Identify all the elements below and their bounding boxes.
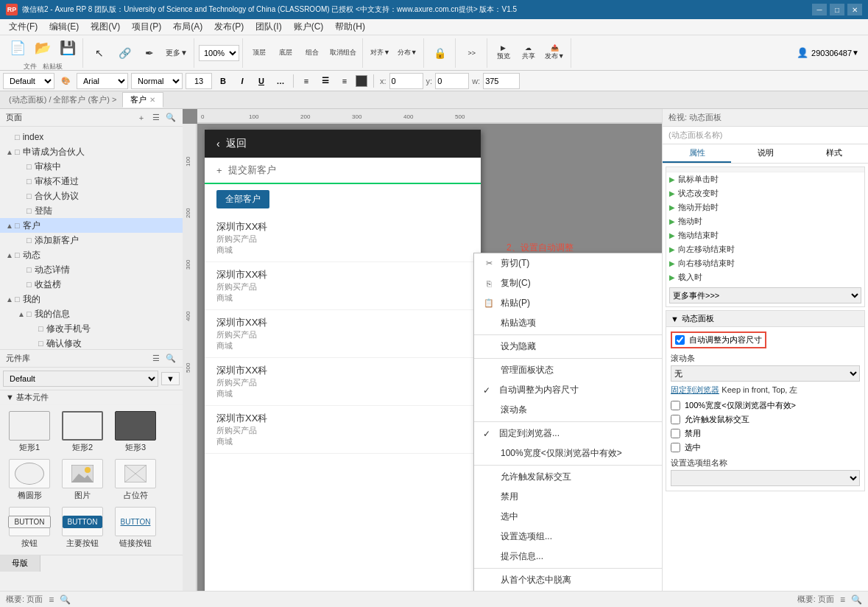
menu-layout[interactable]: 布局(A) xyxy=(167,19,208,35)
page-item-revenue[interactable]: □ 收益榜 xyxy=(0,277,183,292)
ungroup-btn[interactable]: 取消组合 xyxy=(327,40,359,66)
more-events-btn[interactable]: 更多事件>>> xyxy=(666,284,864,306)
comp-item-ellipse[interactable]: 椭圆形 xyxy=(6,459,53,501)
new-file-btn[interactable]: 📄 xyxy=(6,35,29,61)
menu-view[interactable]: 视图(V) xyxy=(85,19,126,35)
style-icon-btn[interactable]: 🎨 xyxy=(57,73,74,89)
menu-edit[interactable]: 编辑(E) xyxy=(43,19,85,35)
event-swipe-left[interactable]: ▶ 向左移动结束时 xyxy=(666,242,864,256)
select-checkbox[interactable] xyxy=(671,443,680,452)
user-dropdown-icon[interactable]: ▼ xyxy=(852,49,859,57)
ctx-scrollbar[interactable]: 滚动条 ▶ xyxy=(474,400,662,420)
ctx-pin-browser[interactable]: ✓ 固定到浏览器... xyxy=(474,424,662,443)
customer-row-1[interactable]: 深圳市XX科 所购买产品 商城 xyxy=(205,214,481,262)
menu-publish[interactable]: 发布(P) xyxy=(208,19,250,35)
full-width-checkbox[interactable] xyxy=(671,401,680,410)
page-item-review[interactable]: □ 审核中 xyxy=(0,159,183,174)
event-load[interactable]: ▶ 载入时 xyxy=(666,270,864,284)
bottom-search-btn[interactable]: 🔍 xyxy=(851,594,862,605)
page-item-login[interactable]: □ 登陆 xyxy=(0,203,183,218)
comp-item-button[interactable]: BUTTON 按钮 xyxy=(6,507,53,549)
ctx-set-option-group[interactable]: 设置选项组... xyxy=(474,527,662,547)
page-item-dynamic[interactable]: ▲ □ 动态 xyxy=(0,248,183,262)
event-mouse-click[interactable]: ▶ 鼠标单击时 xyxy=(666,172,864,186)
tab-close-btn[interactable]: ✕ xyxy=(149,96,155,104)
ctx-copy[interactable]: ⎘ 复制(C) xyxy=(474,273,662,293)
event-swipe-right[interactable]: ▶ 向右移动结束时 xyxy=(666,256,864,270)
page-item-rejected[interactable]: □ 审核不通过 xyxy=(0,174,183,189)
more-tools-btn[interactable]: 更多▼ xyxy=(163,40,191,66)
event-drag-end[interactable]: ▶ 拖动结束时 xyxy=(666,228,864,242)
all-customer-tab-btn[interactable]: 全部客户 xyxy=(216,190,269,208)
y-input[interactable] xyxy=(435,73,469,89)
pin-browser-link[interactable]: 固定到浏览器 xyxy=(671,385,719,394)
ctx-tooltip[interactable]: 提示信息... xyxy=(474,547,662,566)
align-btn[interactable]: 对齐▼ xyxy=(367,40,393,66)
comp-item-rect1[interactable]: 矩形1 xyxy=(6,411,53,453)
page-item-add-customer[interactable]: □ 添加新客户 xyxy=(0,233,183,248)
menu-team[interactable]: 团队(I) xyxy=(250,19,287,35)
ctx-hide[interactable]: 设为隐藏 xyxy=(474,337,662,357)
bottom-filter-btn[interactable]: ≡ xyxy=(840,594,845,605)
comp-item-image[interactable]: 图片 xyxy=(59,459,106,501)
comp-item-main-button[interactable]: BUTTON 主要按钮 xyxy=(59,507,106,549)
page-item-confirm-change[interactable]: □ 确认修改 xyxy=(0,336,183,349)
publish-btn[interactable]: 📤发布▼ xyxy=(542,40,568,66)
ctx-select[interactable]: 选中 xyxy=(474,507,662,527)
search-btn[interactable]: 🔍 xyxy=(60,594,71,605)
allow-hover-checkbox[interactable] xyxy=(671,415,680,424)
zoom-select[interactable]: 100% 75% 50% 150% xyxy=(199,45,239,61)
align-right-btn[interactable]: ≡ xyxy=(336,73,353,89)
customer-row-2[interactable]: 深圳市XX科 所购买产品 商城 xyxy=(205,262,481,310)
pages-search-btn[interactable]: 🔍 xyxy=(165,112,177,124)
back-btn-area[interactable]: ‹ 返回 xyxy=(205,130,481,158)
pen-tool-btn[interactable]: ✒ xyxy=(138,40,161,66)
more-format-btn[interactable]: … xyxy=(272,73,289,89)
page-item-agreement[interactable]: □ 合伙人协议 xyxy=(0,189,183,203)
distribute-btn[interactable]: 分布▼ xyxy=(395,40,420,66)
master-tab-btn[interactable]: 母版 xyxy=(0,555,40,572)
underline-btn[interactable]: U xyxy=(253,73,269,89)
style-select[interactable]: Default xyxy=(3,73,54,89)
customer-row-3[interactable]: 深圳市XX科 所购买产品 商城 xyxy=(205,310,481,358)
page-item-index[interactable]: □ index xyxy=(0,130,183,144)
page-item-mine[interactable]: ▲ □ 我的 xyxy=(0,292,183,306)
event-state-change[interactable]: ▶ 状态改变时 xyxy=(666,186,864,200)
italic-btn[interactable]: I xyxy=(234,73,250,89)
right-tab-style[interactable]: 样式 xyxy=(800,144,868,163)
ctx-auto-fit[interactable]: ✓ 自动调整为内容尺寸 xyxy=(474,380,662,400)
pages-menu-btn[interactable]: ☰ xyxy=(150,112,162,124)
comp-library-select[interactable]: Default xyxy=(3,371,158,387)
ctx-from-first-state[interactable]: 从首个状态中脱离 xyxy=(474,570,662,590)
comp-section-arrow[interactable]: ▼ xyxy=(6,393,14,401)
add-customer-row[interactable]: + 提交新客户 xyxy=(205,158,481,183)
minimize-button[interactable]: ─ xyxy=(812,4,827,15)
ctx-cut[interactable]: ✂ 剪切(T) xyxy=(474,253,662,273)
menu-account[interactable]: 账户(C) xyxy=(288,19,330,35)
menu-help[interactable]: 帮助(H) xyxy=(329,19,371,35)
align-center-btn[interactable]: ☰ xyxy=(317,73,334,89)
align-left-btn[interactable]: ≡ xyxy=(298,73,314,89)
w-input[interactable] xyxy=(483,73,520,89)
canvas-area[interactable]: 0 100 200 300 400 500 100 200 300 400 50… xyxy=(183,109,662,591)
preview-btn[interactable]: ▶预览 xyxy=(492,40,515,66)
disable-checkbox[interactable] xyxy=(671,429,680,438)
page-item-dynamic-detail[interactable]: □ 动态详情 xyxy=(0,262,183,277)
page-item-apply[interactable]: ▲ □ 申请成为合伙人 xyxy=(0,144,183,159)
x-input[interactable] xyxy=(389,73,423,89)
comp-item-link-button[interactable]: BUTTON 链接按钮 xyxy=(112,507,159,549)
comp-item-placeholder[interactable]: 占位符 xyxy=(112,459,159,501)
more-events-select[interactable]: 更多事件>>> xyxy=(669,287,861,304)
option-group-select[interactable] xyxy=(671,470,860,486)
event-drag-start[interactable]: ▶ 拖动开始时 xyxy=(666,200,864,214)
ctx-paste[interactable]: 📋 粘贴(P) xyxy=(474,293,662,313)
close-button[interactable]: ✕ xyxy=(847,4,862,15)
color-box[interactable] xyxy=(356,75,367,87)
ctx-full-width[interactable]: 100%宽度<仅限浏览器中有效> xyxy=(474,443,662,463)
font-type-select[interactable]: Normal xyxy=(131,73,183,89)
customer-row-5[interactable]: 深圳市XX科 所购买产品 商城 xyxy=(205,406,481,454)
menu-file[interactable]: 文件(F) xyxy=(3,19,43,35)
bold-btn[interactable]: B xyxy=(215,73,231,89)
active-tab[interactable]: 客户 ✕ xyxy=(122,92,163,108)
more-toolbar-btn[interactable]: >> xyxy=(460,40,484,66)
